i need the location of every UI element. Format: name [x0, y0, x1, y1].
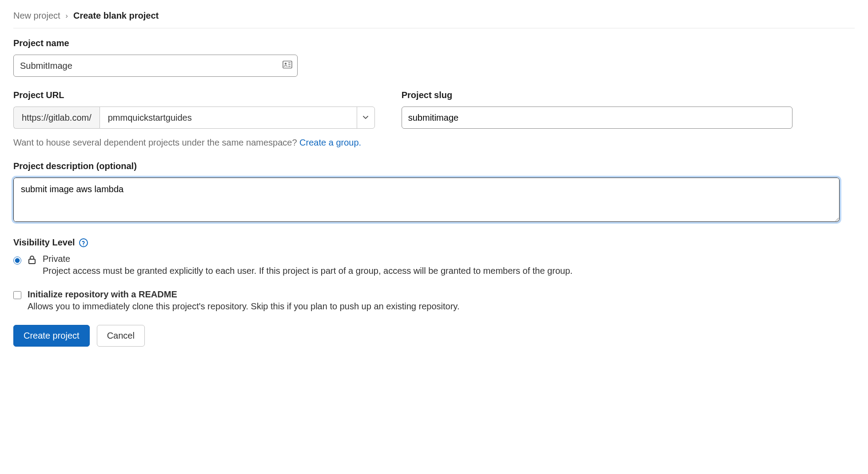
readme-section: Initialize repository with a README Allo…: [13, 289, 855, 312]
project-url-group: https://gitlab.com/ pmmquickstartguides: [13, 107, 375, 129]
group-hint-text: Want to house several dependent projects…: [13, 138, 299, 147]
visibility-section: Visibility Level Private Project access …: [13, 237, 855, 276]
chevron-down-icon: [357, 107, 374, 128]
readme-desc: Allows you to immediately clone this pro…: [28, 301, 459, 312]
project-description-section: Project description (optional): [13, 161, 855, 224]
visibility-private-desc: Project access must be granted explicitl…: [43, 266, 573, 276]
visibility-private-row: Private Project access must be granted e…: [13, 254, 855, 276]
project-slug-input[interactable]: [402, 107, 792, 129]
project-description-input[interactable]: [13, 178, 840, 222]
project-slug-column: Project slug: [402, 90, 792, 129]
project-url-prefix: https://gitlab.com/: [13, 107, 100, 129]
visibility-private-radio[interactable]: [13, 257, 21, 265]
readme-title: Initialize repository with a README: [28, 289, 459, 300]
form-actions: Create project Cancel: [13, 325, 855, 347]
svg-point-6: [83, 245, 84, 245]
project-name-label: Project name: [13, 38, 855, 48]
project-slug-label: Project slug: [402, 90, 792, 100]
breadcrumb-separator: ›: [66, 12, 68, 20]
breadcrumb: New project › Create blank project: [13, 11, 855, 28]
namespace-select[interactable]: pmmquickstartguides: [100, 107, 375, 129]
visibility-private-content: Private Project access must be granted e…: [43, 254, 573, 276]
project-description-label: Project description (optional): [13, 161, 855, 171]
create-project-button[interactable]: Create project: [13, 325, 90, 347]
project-url-label: Project URL: [13, 90, 375, 100]
create-group-link[interactable]: Create a group.: [299, 138, 361, 147]
svg-point-5: [80, 239, 88, 247]
help-icon[interactable]: [79, 238, 88, 248]
visibility-label: Visibility Level: [13, 237, 855, 248]
lock-icon: [28, 255, 36, 267]
project-url-slug-section: Project URL https://gitlab.com/ pmmquick…: [13, 90, 855, 148]
readme-content: Initialize repository with a README Allo…: [28, 289, 459, 312]
readme-checkbox[interactable]: [13, 291, 21, 299]
cancel-button[interactable]: Cancel: [97, 325, 145, 347]
svg-rect-7: [29, 259, 35, 264]
group-hint: Want to house several dependent projects…: [13, 138, 855, 148]
visibility-label-text: Visibility Level: [13, 237, 75, 248]
namespace-value: pmmquickstartguides: [100, 107, 357, 128]
project-url-column: Project URL https://gitlab.com/ pmmquick…: [13, 90, 375, 129]
readme-row: Initialize repository with a README Allo…: [13, 289, 855, 312]
project-name-section: Project name: [13, 38, 855, 77]
svg-point-1: [285, 63, 287, 64]
project-name-input[interactable]: [13, 55, 298, 77]
contact-card-icon: [283, 61, 292, 71]
visibility-private-title: Private: [43, 254, 573, 264]
breadcrumb-prev[interactable]: New project: [13, 11, 60, 21]
breadcrumb-current: Create blank project: [73, 11, 159, 21]
